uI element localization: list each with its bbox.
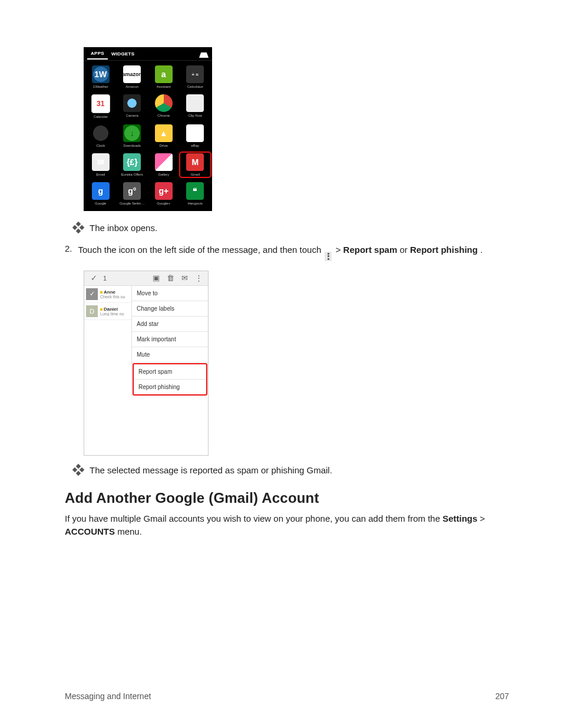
app-google: gGoogle [85, 181, 117, 206]
app-icon: ✉ [92, 153, 110, 171]
app-calculator: ÷ =Calculator [180, 64, 211, 90]
step-bold-report-phishing: Report phishing [410, 245, 478, 255]
app-icon [186, 94, 204, 112]
app-icon [123, 94, 141, 112]
trash-icon: 🗑 [165, 273, 176, 284]
app-grid: 1W1WeatheramazonAmazonaAssistant÷ =Calcu… [84, 61, 212, 211]
checkmark-icon: ✓ [88, 273, 99, 284]
app-label: Gmail [190, 173, 200, 176]
app-label: Camera [126, 114, 138, 117]
app-hangouts: ❝Hangouts [180, 181, 211, 206]
app-icon: a [155, 65, 173, 83]
section-heading: Add Another Google (Gmail) Account [65, 490, 509, 506]
overflow-menu: Move toChange labelsAdd starMark importa… [131, 286, 208, 396]
highlighted-menu-items: Report spamReport phishing [133, 363, 207, 396]
app-icon [155, 153, 173, 171]
overflow-icon: ⋮ [193, 273, 204, 284]
app-gallery: Gallery [148, 152, 180, 177]
app-drive: ▲Drive [148, 123, 180, 149]
footer-page-number: 207 [495, 691, 509, 701]
app-email: ✉Email [85, 152, 117, 177]
step-text-pre: Touch the icon on the left side of the m… [78, 245, 324, 255]
message-avatar: ✓ [86, 288, 98, 300]
app-icon: {£} [123, 153, 141, 171]
app-label: Eureka Offers [121, 173, 143, 176]
app-label: Hangouts [187, 202, 203, 205]
app-icon: ÷ = [186, 65, 204, 83]
selected-count: 1 [103, 275, 107, 282]
app-label: Calendar [94, 115, 108, 118]
gmail-action-menu-screenshot: ✓ 1 ▣ 🗑 ✉ ⋮ ✓AnneCheck this ouDDanielLon… [84, 271, 209, 456]
app-downloads: ↓Downloads [117, 123, 148, 149]
app-icon [92, 124, 110, 142]
para-mid: > [480, 513, 485, 523]
para-post: menu. [117, 526, 142, 536]
note-reported: The selected message is reported as spam… [73, 464, 509, 477]
app-calendar: 31Calendar [85, 93, 117, 120]
tab-widgets: WIDGETS [108, 49, 138, 59]
app-ebay: ebayeBay [180, 123, 211, 149]
app-icon: g+ [155, 182, 173, 200]
diamond-bullet-icon [73, 465, 84, 475]
menu-item-change-labels: Change labels [132, 301, 208, 317]
app-label: Assistant [157, 85, 171, 88]
app-icon: g° [123, 182, 141, 200]
step-number: 2. [65, 243, 72, 253]
app-google-: g+Google+ [148, 181, 180, 206]
message-sender: Anne [100, 289, 125, 295]
app-eureka-offers: {£}Eureka Offers [117, 152, 148, 177]
tab-apps: APPS [87, 48, 108, 60]
message-row: ✓AnneCheck this ou [84, 286, 131, 303]
step-text-or: or [399, 245, 410, 255]
app-chrome: Chrome [148, 93, 180, 120]
step-text-gt: > [336, 245, 343, 255]
app-label: Downloads [123, 144, 141, 147]
menu-item-mark-important: Mark important [132, 332, 208, 347]
app-icon: amazon [123, 65, 141, 83]
message-list: ✓AnneCheck this ouDDanielLong time no [84, 286, 131, 396]
message-sender: Daniel [100, 307, 124, 312]
app-label: Google+ [157, 202, 170, 205]
app-label: Calculator [187, 85, 203, 88]
app-clock: Clock [85, 123, 117, 149]
step-bold-report-spam: Report spam [343, 245, 398, 255]
app-icon: ❝ [186, 182, 204, 200]
menu-item-report-spam: Report spam [134, 364, 206, 380]
android-app-drawer-screenshot: APPS WIDGETS 1W1WeatheramazonAmazonaAssi… [84, 47, 212, 211]
document-page: APPS WIDGETS 1W1WeatheramazonAmazonaAssi… [0, 0, 562, 728]
app-clip-now: Clip Now [180, 93, 211, 120]
app-icon: 31 [91, 94, 110, 113]
app-drawer-tabs: APPS WIDGETS [84, 47, 212, 61]
diamond-bullet-icon [73, 222, 84, 233]
app-label: Drive [160, 144, 168, 147]
message-snippet: Check this ou [100, 295, 125, 299]
step-body: Touch the icon on the left side of the m… [78, 243, 483, 261]
menu-item-move-to: Move to [132, 286, 208, 301]
menu-item-add-star: Add star [132, 317, 208, 332]
app-camera: Camera [117, 93, 148, 120]
footer-section: Messaging and Internet [65, 691, 151, 701]
message-row: DDanielLong time no [84, 303, 131, 320]
app-label: eBay [191, 144, 199, 147]
gmail-action-bar: ✓ 1 ▣ 🗑 ✉ ⋮ [84, 271, 208, 286]
note-text: The inbox opens. [90, 222, 157, 235]
app-icon [155, 94, 173, 112]
note-text: The selected message is reported as spam… [90, 464, 332, 477]
overflow-menu-icon [325, 252, 332, 261]
app-1weather: 1W1Weather [85, 64, 117, 90]
message-avatar: D [86, 305, 98, 317]
archive-icon: ▣ [151, 273, 161, 284]
app-gmail: MGmail [180, 152, 211, 177]
para-bold-accounts: ACCOUNTS [65, 526, 115, 536]
app-label: Google Settin… [120, 202, 144, 205]
app-assistant: aAssistant [148, 64, 180, 90]
menu-item-mute: Mute [132, 347, 208, 363]
app-label: Google [95, 202, 106, 205]
app-icon: 1W [92, 65, 110, 83]
app-icon: M [186, 153, 204, 171]
menu-item-report-phishing: Report phishing [134, 380, 206, 394]
step-text-period: . [480, 245, 482, 255]
app-icon: g [92, 182, 110, 200]
section-paragraph: If you have multiple Gmail accounts you … [65, 512, 509, 539]
app-label: 1Weather [93, 85, 108, 88]
